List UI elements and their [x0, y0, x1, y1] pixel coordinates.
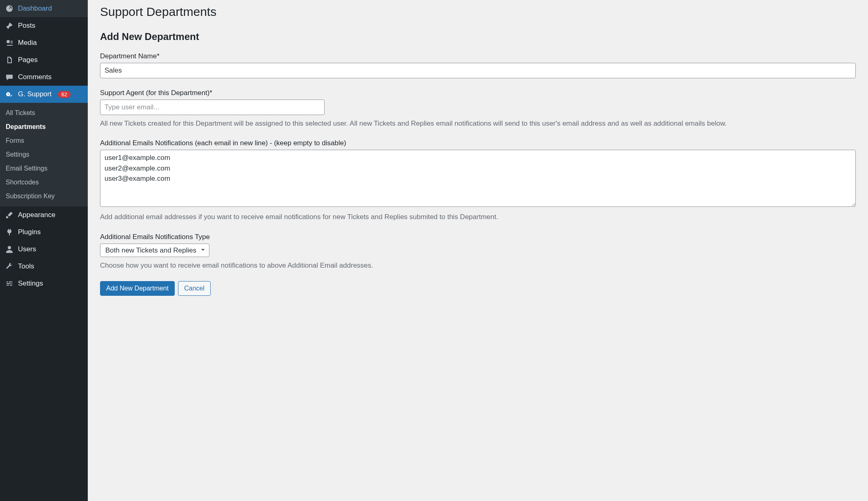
- wrench-icon: [5, 262, 14, 271]
- menu-posts[interactable]: Posts: [0, 17, 88, 34]
- submenu-settings[interactable]: Settings: [0, 148, 88, 162]
- menu-label: Comments: [18, 73, 51, 81]
- menu-dashboard[interactable]: Dashboard: [0, 0, 88, 17]
- add-department-button[interactable]: Add New Department: [100, 281, 175, 296]
- plug-icon: [5, 228, 14, 237]
- admin-sidebar: Dashboard Posts Media Pages Comments ? G…: [0, 0, 88, 501]
- menu-users[interactable]: Users: [0, 241, 88, 258]
- dept-name-input[interactable]: [100, 63, 856, 78]
- submenu-subscription-key[interactable]: Subscription Key: [0, 189, 88, 203]
- support-agent-input[interactable]: [100, 100, 325, 115]
- bottom-menu: Appearance Plugins Users Tools Settings: [0, 206, 88, 292]
- field-department-name: Department Name*: [100, 52, 856, 78]
- brush-icon: [5, 211, 14, 219]
- page-subtitle: Add New Department: [100, 31, 856, 42]
- menu-label: G. Support: [18, 90, 51, 98]
- submenu-shortcodes[interactable]: Shortcodes: [0, 175, 88, 189]
- menu-label: Users: [18, 245, 36, 253]
- svg-point-2: [8, 246, 11, 249]
- menu-support[interactable]: ? G. Support 62: [0, 86, 88, 103]
- field-support-agent: Support Agent (for this Department)* All…: [100, 89, 856, 129]
- main-menu: Dashboard Posts Media Pages Comments ? G…: [0, 0, 88, 103]
- support-agent-label: Support Agent (for this Department)*: [100, 89, 856, 97]
- additional-emails-description: Add additional email addresses if you wa…: [100, 212, 856, 222]
- menu-media[interactable]: Media: [0, 34, 88, 51]
- menu-appearance[interactable]: Appearance: [0, 206, 88, 224]
- menu-plugins[interactable]: Plugins: [0, 224, 88, 241]
- dept-name-label: Department Name*: [100, 52, 856, 60]
- notification-type-select[interactable]: Both new Tickets and Replies: [100, 244, 209, 257]
- menu-settings[interactable]: Settings: [0, 275, 88, 292]
- media-icon: [5, 38, 14, 47]
- support-agent-description: All new Tickets created for this Departm…: [100, 118, 856, 129]
- field-additional-emails: Additional Emails Notifications (each em…: [100, 139, 856, 222]
- notification-type-label: Additional Emails Notifications Type: [100, 233, 856, 241]
- dashboard-icon: [5, 4, 14, 13]
- menu-label: Posts: [18, 22, 36, 30]
- comment-icon: [5, 73, 14, 82]
- menu-label: Pages: [18, 56, 38, 64]
- field-notification-type: Additional Emails Notifications Type Bot…: [100, 233, 856, 271]
- user-icon: [5, 245, 14, 254]
- menu-label: Dashboard: [18, 4, 52, 13]
- additional-emails-textarea[interactable]: user1@example.com user2@example.com user…: [100, 150, 856, 207]
- svg-text:?: ?: [7, 93, 9, 96]
- pin-icon: [5, 21, 14, 30]
- submenu: All Tickets Departments Forms Settings E…: [0, 103, 88, 206]
- submenu-forms[interactable]: Forms: [0, 134, 88, 148]
- menu-comments[interactable]: Comments: [0, 69, 88, 86]
- submenu-all-tickets[interactable]: All Tickets: [0, 106, 88, 120]
- menu-label: Media: [18, 39, 37, 47]
- menu-label: Settings: [18, 279, 43, 288]
- support-icon: ?: [5, 90, 14, 99]
- menu-tools[interactable]: Tools: [0, 258, 88, 275]
- menu-label: Appearance: [18, 211, 56, 219]
- page-title: Support Departments: [100, 5, 856, 19]
- main-content: Support Departments Add New Department D…: [88, 0, 868, 501]
- cancel-button[interactable]: Cancel: [178, 281, 211, 296]
- sliders-icon: [5, 279, 14, 288]
- submenu-email-settings[interactable]: Email Settings: [0, 162, 88, 175]
- menu-label: Plugins: [18, 228, 41, 236]
- notification-type-description: Choose how you want to receive email not…: [100, 260, 856, 271]
- page-icon: [5, 55, 14, 64]
- count-badge: 62: [58, 91, 70, 98]
- menu-pages[interactable]: Pages: [0, 51, 88, 69]
- form-actions: Add New Department Cancel: [100, 281, 856, 296]
- additional-emails-label: Additional Emails Notifications (each em…: [100, 139, 856, 147]
- submenu-departments[interactable]: Departments: [0, 120, 88, 134]
- menu-label: Tools: [18, 262, 34, 270]
